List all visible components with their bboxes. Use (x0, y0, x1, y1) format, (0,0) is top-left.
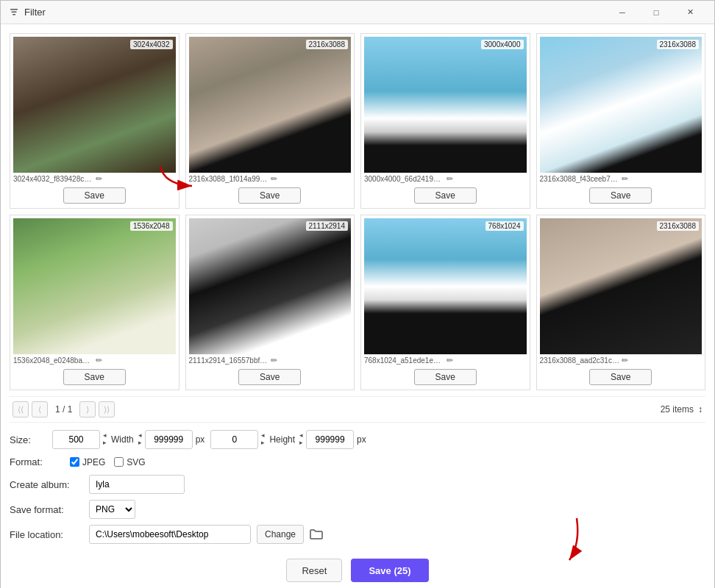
height-group: ◂ ▸ Height ◂ ▸ px (210, 430, 366, 449)
jpeg-checkbox-group: JPEG (70, 457, 105, 467)
image-save-button[interactable]: Save (589, 369, 652, 385)
change-button[interactable]: Change (257, 525, 304, 544)
pagination-controls: ⟨⟨ ⟨ 1 / 1 ⟩ ⟩⟩ (13, 401, 115, 417)
svg-checkbox[interactable] (114, 457, 124, 467)
image-name: 2316x3088_f43ceeb711825i (540, 175, 620, 183)
minimize-button[interactable]: ─ (605, 1, 639, 24)
image-thumbnail: 3000x4000 (364, 37, 527, 173)
main-content: 3024x4032 3024x4032_f839428ca55f50 ✏ Sav… (1, 24, 714, 588)
image-save-button[interactable]: Save (589, 187, 652, 204)
width-input[interactable] (52, 430, 100, 449)
titlebar: Filter ─ □ ✕ (1, 1, 714, 24)
file-location-input[interactable] (89, 525, 251, 544)
format-row: Format: JPEG SVG (10, 456, 705, 467)
width-px-label: px (196, 434, 205, 445)
svg-rect-1 (12, 11, 17, 12)
image-thumbnail: 3024x4032 (13, 37, 176, 173)
dimension-label: 3000x4000 (481, 40, 524, 49)
edit-icon[interactable]: ✏ (622, 174, 702, 184)
image-card: 3024x4032 3024x4032_f839428ca55f50 ✏ Sav… (10, 33, 179, 209)
dimension-label: 3024x4032 (130, 40, 173, 49)
image-card: 3000x4000 3000x4000_66d241982867c ✏ Save (360, 33, 530, 209)
height-px-label: px (357, 434, 366, 445)
edit-icon[interactable]: ✏ (622, 356, 702, 365)
height-label: Height (269, 434, 295, 445)
image-name: 2316x3088_aad2c31c89633 (540, 356, 620, 365)
height-input[interactable] (210, 430, 258, 449)
image-save-button[interactable]: Save (63, 187, 126, 204)
svg-label[interactable]: SVG (127, 457, 145, 467)
height-down-arrow2[interactable]: ▸ (299, 440, 303, 447)
dimension-label: 768x1024 (485, 221, 524, 231)
image-save-button[interactable]: Save (238, 187, 301, 204)
image-thumbnail: 2111x2914 (189, 218, 352, 354)
height-arrows2[interactable]: ◂ ▸ (299, 432, 303, 447)
save-format-row: Save format: PNG JPEG WebP (10, 500, 705, 519)
reset-button[interactable]: Reset (286, 559, 342, 582)
album-label: Create album: (10, 479, 83, 490)
dimension-label: 2316x3088 (657, 40, 700, 49)
svg-rect-2 (13, 14, 15, 15)
image-name-row: 2316x3088_aad2c31c89633 ✏ (540, 354, 702, 367)
page-info: 1 / 1 (55, 404, 72, 415)
width-max-input[interactable] (145, 430, 193, 449)
size-label: Size: (10, 434, 46, 445)
filter-window: Filter ─ □ ✕ 3024x4032 3024x4032_f839428… (0, 0, 715, 588)
image-name: 3024x4032_f839428ca55f50 (13, 175, 93, 183)
image-name-row: 3024x4032_f839428ca55f50 ✏ (13, 173, 176, 185)
image-thumbnail: 2316x3088 (540, 37, 702, 173)
edit-icon[interactable]: ✏ (271, 356, 351, 365)
image-card: 2316x3088 2316x3088_aad2c31c89633 ✏ Save (536, 215, 706, 390)
image-name: 768x1024_a51ede1ee80130 (364, 356, 444, 365)
width-arrows[interactable]: ◂ ▸ (103, 432, 107, 447)
image-name-row: 2316x3088_1f014a99e3534i ✏ (189, 173, 352, 185)
image-name: 2316x3088_1f014a99e3534i (189, 175, 269, 183)
width-down-arrow2[interactable]: ▸ (138, 440, 142, 447)
jpeg-checkbox[interactable] (70, 457, 79, 467)
image-name: 2111x2914_16557bbff34ef8 (189, 356, 269, 365)
image-save-button[interactable]: Save (414, 187, 477, 204)
album-row: Create album: (10, 475, 705, 494)
close-button[interactable]: ✕ (673, 1, 707, 24)
image-name-row: 1536x2048_e0248ba73a0c8 ✏ (13, 354, 176, 367)
image-thumbnail: 2316x3088 (189, 37, 352, 173)
next-page-button[interactable]: ⟩ (79, 401, 96, 417)
sort-icon[interactable]: ↕ (698, 404, 702, 415)
image-card: 2316x3088 2316x3088_f43ceeb711825i ✏ Sav… (536, 33, 706, 209)
image-card: 2111x2914 2111x2914_16557bbff34ef8 ✏ Sav… (185, 215, 355, 390)
image-save-button[interactable]: Save (63, 369, 126, 385)
edit-icon[interactable]: ✏ (447, 356, 527, 365)
width-down-arrow[interactable]: ▸ (103, 440, 107, 447)
size-filter-row: Size: ◂ ▸ Width ◂ ▸ px ◂ ▸ (10, 430, 705, 449)
width-arrows2[interactable]: ◂ ▸ (138, 432, 142, 447)
save-all-button[interactable]: Save (25) (351, 559, 428, 582)
svg-checkbox-group: SVG (114, 457, 145, 467)
edit-icon[interactable]: ✏ (96, 174, 176, 184)
file-location-label: File location: (10, 529, 83, 540)
height-down-arrow[interactable]: ▸ (261, 440, 265, 447)
last-page-button[interactable]: ⟩⟩ (99, 401, 115, 417)
save-format-label: Save format: (10, 504, 83, 515)
maximize-button[interactable]: □ (639, 1, 673, 24)
height-arrows[interactable]: ◂ ▸ (261, 432, 265, 447)
edit-icon[interactable]: ✏ (96, 356, 176, 365)
height-max-input[interactable] (306, 430, 354, 449)
first-page-button[interactable]: ⟨⟨ (13, 401, 29, 417)
prev-page-button[interactable]: ⟨ (32, 401, 48, 417)
edit-icon[interactable]: ✏ (447, 174, 527, 184)
image-save-button[interactable]: Save (414, 369, 477, 385)
folder-icon-button[interactable] (310, 528, 323, 540)
dimension-label: 2316x3088 (657, 221, 700, 231)
image-save-button[interactable]: Save (238, 369, 301, 385)
save-format-select[interactable]: PNG JPEG WebP (89, 500, 135, 519)
album-input[interactable] (89, 475, 185, 494)
file-location-row: File location: Change (10, 525, 705, 544)
bottom-actions: Reset Save (25) (10, 559, 705, 588)
dimension-label: 2111x2914 (306, 221, 349, 231)
image-grid: 3024x4032 3024x4032_f839428ca55f50 ✏ Sav… (10, 33, 705, 390)
image-thumbnail: 768x1024 (364, 218, 527, 354)
image-card: 2316x3088 2316x3088_1f014a99e3534i ✏ Sav… (185, 33, 355, 209)
dimension-label: 2316x3088 (306, 40, 349, 49)
jpeg-label[interactable]: JPEG (82, 457, 105, 467)
edit-icon[interactable]: ✏ (271, 174, 351, 184)
